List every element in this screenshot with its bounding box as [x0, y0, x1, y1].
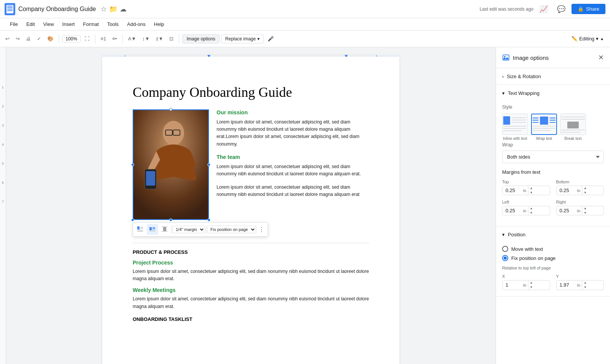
spellcheck-button[interactable]: ✓: [35, 34, 43, 43]
margin-bottom-input[interactable]: [557, 186, 576, 195]
margin-bottom-up[interactable]: ▲: [582, 186, 588, 191]
y-up[interactable]: ▲: [582, 281, 588, 285]
margin-left-input-group: in ▲ ▼: [502, 206, 550, 215]
weekly-meetings-text: Lorem ipsum dolor sit amet, consectetuer…: [133, 295, 369, 310]
x-unit: in: [522, 283, 528, 287]
editing-mode-button[interactable]: ✏️ Editing ▾ ▲: [568, 34, 607, 43]
share-button[interactable]: 🔒 Share: [571, 4, 605, 14]
menu-edit[interactable]: Edit: [22, 20, 39, 29]
break-text-button[interactable]: [159, 224, 170, 235]
image-options-toolbar-button[interactable]: Image options: [182, 34, 219, 43]
margin-left-up[interactable]: ▲: [528, 206, 535, 211]
margin-left-label: Left: [502, 200, 550, 204]
margin-bottom-down[interactable]: ▼: [582, 191, 588, 195]
xy-row: X in ▲ ▼ Y: [502, 274, 604, 290]
margin-left-down[interactable]: ▼: [528, 211, 535, 215]
cloud-icon[interactable]: ☁: [120, 5, 127, 13]
menu-addons[interactable]: Add-ons: [123, 20, 149, 29]
move-with-text-option[interactable]: Move with text: [502, 246, 604, 252]
fullscreen-button[interactable]: ⛶: [82, 34, 92, 43]
size-rotation-header[interactable]: › Size & Rotation: [496, 68, 610, 85]
menu-help[interactable]: Help: [150, 20, 168, 29]
image-handle-bottom-middle[interactable]: [169, 218, 172, 221]
margin-top-input[interactable]: [502, 186, 522, 195]
vertical-ruler: 1 2 3 4 5 6 7: [0, 47, 6, 364]
y-down[interactable]: ▼: [582, 285, 588, 290]
image-handle-top-middle[interactable]: [169, 108, 172, 111]
mission-text: Lorem ipsum dolor sit amet, consectetuer…: [217, 119, 369, 148]
image-handle-middle-left[interactable]: [131, 163, 134, 166]
position-header[interactable]: ▾ Position: [496, 226, 610, 243]
margin-right-input[interactable]: [557, 206, 576, 215]
numbered-list-button[interactable]: ≡1: [98, 34, 109, 43]
bulleted-list-button[interactable]: ≡•: [110, 34, 119, 43]
image-handle-middle-right[interactable]: [207, 163, 210, 166]
margins-title: Margins from text: [502, 169, 604, 175]
menu-bar: File Edit View Insert Format Tools Add-o…: [0, 18, 610, 30]
image-handle-bottom-right[interactable]: [207, 218, 210, 221]
wrap-inline-button[interactable]: [135, 224, 146, 235]
margin-left-input[interactable]: [502, 206, 522, 215]
fix-position-option[interactable]: Fix position on page: [502, 255, 604, 261]
y-input[interactable]: [557, 281, 576, 289]
crop-button[interactable]: ⊡: [167, 34, 176, 43]
position-select[interactable]: Fix position on page: [207, 226, 256, 233]
wrap-text-button[interactable]: [147, 224, 158, 235]
image-wrapper[interactable]: 1/4" margin Fix position on page ⋮: [133, 109, 209, 220]
undo-button[interactable]: ↩: [3, 34, 12, 43]
text-color-button[interactable]: A▼: [126, 34, 139, 43]
panel-close-button[interactable]: ✕: [598, 53, 604, 62]
horizontal-ruler: 1 2 3 4 5 6 7 8: [102, 55, 400, 55]
document-area: 1 2 3 4 5 6 7 8 Company O: [6, 47, 496, 364]
menu-format[interactable]: Format: [79, 20, 103, 29]
x-down[interactable]: ▼: [528, 285, 535, 290]
column-button[interactable]: ⫿▼: [154, 34, 166, 43]
menu-file[interactable]: File: [6, 20, 22, 29]
selected-image[interactable]: [133, 109, 209, 220]
folder-icon[interactable]: 📁: [109, 5, 117, 13]
product-heading: PRODUCT & PROCESS: [133, 243, 369, 255]
image-handle-bottom-left[interactable]: [131, 218, 134, 221]
print-button[interactable]: 🖨: [24, 34, 33, 43]
menu-insert[interactable]: Insert: [58, 20, 79, 29]
zoom-selector[interactable]: 100%: [62, 35, 81, 43]
margin-select[interactable]: 1/4" margin: [172, 226, 205, 233]
mission-heading: Our mission: [217, 109, 369, 115]
wrap-select[interactable]: Both sides Left Right: [502, 151, 604, 163]
last-edit-status: Last edit was seconds ago: [480, 6, 533, 12]
redo-button[interactable]: ↪: [13, 34, 22, 43]
activity-button[interactable]: 📈: [536, 3, 551, 15]
margin-right-down[interactable]: ▼: [582, 211, 588, 215]
onboarding-tasklist-heading: ONBOARDING TASKLIST: [133, 316, 369, 322]
fix-position-radio[interactable]: [502, 255, 508, 261]
replace-image-button[interactable]: Replace image ▾: [221, 34, 264, 43]
margin-right-up[interactable]: ▲: [582, 206, 588, 211]
x-up[interactable]: ▲: [528, 281, 535, 285]
style-wrap[interactable]: Wrap text: [531, 114, 557, 141]
margin-right-label: Right: [556, 200, 604, 204]
style-break-box[interactable]: [560, 114, 586, 135]
margin-bottom-label: Bottom: [556, 180, 604, 184]
style-inline[interactable]: Inline with text: [502, 114, 528, 141]
style-inline-box[interactable]: [502, 114, 528, 135]
comments-button[interactable]: 💬: [554, 3, 568, 15]
style-options: Inline with text: [502, 114, 604, 141]
line-spacing-button[interactable]: ↕▼: [140, 34, 152, 43]
relative-label: Relative to top left of page: [502, 266, 604, 270]
more-options-button[interactable]: ⋮: [257, 225, 266, 234]
menu-view[interactable]: View: [39, 20, 58, 29]
weekly-meetings-title: Weekly Meetings: [133, 287, 369, 293]
style-wrap-box[interactable]: [531, 114, 557, 135]
margin-top-down[interactable]: ▼: [528, 191, 535, 195]
style-break[interactable]: Break text: [560, 114, 586, 141]
svg-rect-31: [137, 226, 140, 229]
menu-tools[interactable]: Tools: [103, 20, 122, 29]
mic-button[interactable]: 🎤: [265, 34, 276, 43]
text-wrapping-header[interactable]: ▾ Text Wrapping: [496, 85, 610, 101]
move-with-text-radio[interactable]: [502, 246, 508, 252]
margin-top-up[interactable]: ▲: [528, 186, 535, 191]
x-input[interactable]: [502, 281, 522, 289]
star-icon[interactable]: ☆: [101, 5, 107, 13]
paint-format-button[interactable]: 🎨: [45, 34, 56, 43]
text-content: Our mission Lorem ipsum dolor sit amet, …: [217, 109, 369, 220]
